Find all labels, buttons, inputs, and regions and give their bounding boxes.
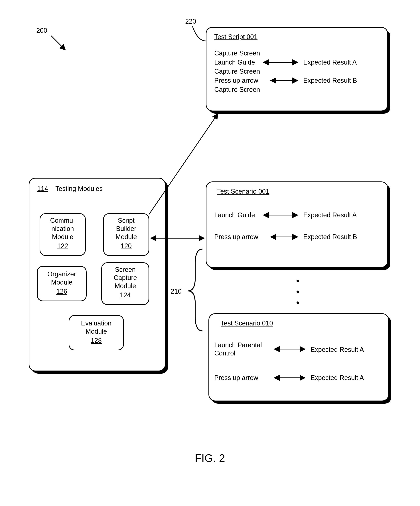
svg-text:Script: Script xyxy=(118,217,135,224)
svg-text:124: 124 xyxy=(120,291,131,299)
test-script-row-1-right: Expected Result A xyxy=(303,59,357,66)
test-script-row-3-right: Expected Result B xyxy=(303,77,357,84)
ref-220-label: 220 xyxy=(185,18,196,25)
scenario-010-row-1-left: Press up arrow xyxy=(214,374,258,381)
test-scenario-010-box: Test Scenario 010 Launch Parental Contro… xyxy=(209,314,391,404)
script-builder-module: Script Builder Module 120 xyxy=(103,214,149,255)
test-script-row-0-left: Capture Screen xyxy=(214,49,260,57)
svg-text:Builder: Builder xyxy=(116,225,136,232)
svg-text:Module: Module xyxy=(51,279,72,286)
figure-caption: FIG. 2 xyxy=(195,452,225,464)
svg-text:nication: nication xyxy=(52,225,74,232)
svg-text:Evaluation: Evaluation xyxy=(81,320,111,327)
scenario-001-row-1-left: Press up arrow xyxy=(214,233,258,240)
scenario-010-row-0-right: Expected Result A xyxy=(310,346,364,353)
test-scenario-001-box: Test Scenario 001 Launch Guide Expected … xyxy=(206,182,390,270)
evaluation-module: Evaluation Module 128 xyxy=(69,315,123,350)
scenario-010-title: Test Scenario 010 xyxy=(221,320,273,327)
svg-text:120: 120 xyxy=(121,242,132,250)
scenario-001-row-1-right: Expected Result B xyxy=(303,233,357,240)
scenario-010-row-1-right: Expected Result A xyxy=(310,374,364,381)
svg-point-29 xyxy=(297,280,299,282)
svg-text:Module: Module xyxy=(115,282,136,290)
svg-text:Capture: Capture xyxy=(114,274,137,281)
test-script-row-4-left: Capture Screen xyxy=(214,86,260,93)
screen-capture-module: Screen Capture Module 124 xyxy=(102,263,149,305)
svg-text:128: 128 xyxy=(91,337,102,344)
communication-module: Commu- nication Module 122 xyxy=(40,214,85,255)
scenario-001-row-0-right: Expected Result A xyxy=(303,211,357,219)
svg-point-30 xyxy=(297,291,299,293)
test-script-row-1-left: Launch Guide xyxy=(214,59,255,66)
ref-200-arrow xyxy=(51,35,65,50)
test-script-row-2-left: Capture Screen xyxy=(214,68,260,75)
test-script-box: Test Script 001 Capture Screen Launch Gu… xyxy=(206,27,390,114)
scenario-001-row-0-left: Launch Guide xyxy=(214,211,255,219)
brace-icon xyxy=(188,249,202,331)
test-script-row-3-left: Press up arrow xyxy=(214,77,258,84)
svg-text:Commu-: Commu- xyxy=(50,217,75,224)
svg-text:Module: Module xyxy=(85,328,107,335)
ellipsis-dots xyxy=(297,280,299,304)
testing-modules-title: Testing Modules xyxy=(55,185,103,192)
organizer-module: Organizer Module 126 xyxy=(37,266,86,301)
testing-modules-container: 114 Testing Modules Commu- nication Modu… xyxy=(29,178,168,374)
figure-2-diagram: 200 220 Test Script 001 Capture Screen L… xyxy=(0,0,420,506)
test-script-title: Test Script 001 xyxy=(214,33,258,40)
svg-text:122: 122 xyxy=(57,242,68,250)
svg-text:Module: Module xyxy=(52,233,73,240)
svg-text:Module: Module xyxy=(116,233,137,240)
ref-220-leader xyxy=(193,26,207,41)
scenario-010-row-0-left-line1: Launch Parental xyxy=(214,341,262,349)
ref-210-label: 210 xyxy=(171,288,181,295)
ref-200-label: 200 xyxy=(36,27,47,34)
svg-text:Screen: Screen xyxy=(115,266,136,273)
svg-point-31 xyxy=(297,301,299,304)
svg-text:Organizer: Organizer xyxy=(47,270,76,278)
testing-modules-ref: 114 xyxy=(37,185,48,192)
svg-text:126: 126 xyxy=(56,288,67,295)
scenario-001-title: Test Scenario 001 xyxy=(217,188,269,195)
scenario-010-row-0-left-line2: Control xyxy=(214,349,235,357)
